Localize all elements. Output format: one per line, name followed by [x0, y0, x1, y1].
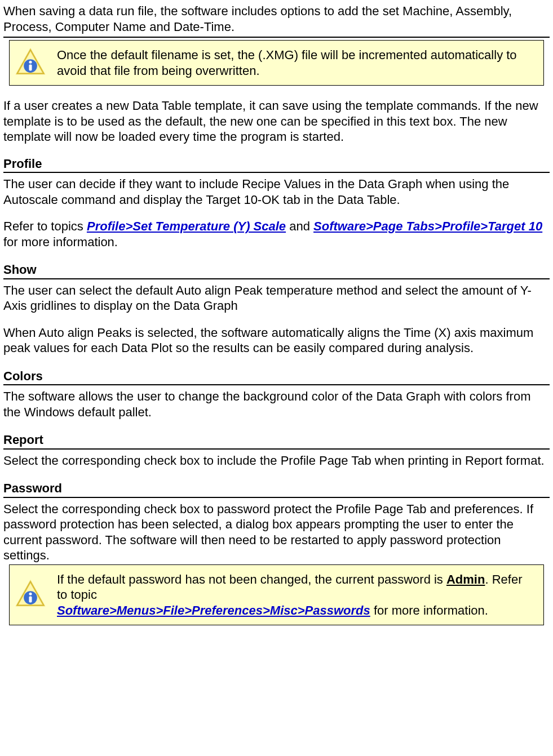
info-text: If the default password has not been cha…: [57, 572, 536, 619]
info-box-password: If the default password has not been cha…: [9, 564, 544, 626]
section-colors: Colors The software allows the user to c…: [3, 368, 550, 420]
heading-password: Password: [3, 481, 550, 498]
password-p1: Select the corresponding check box to pa…: [3, 501, 550, 563]
section-show: Show The user can select the default Aut…: [3, 262, 550, 356]
colors-p1: The software allows the user to change t…: [3, 389, 550, 420]
text: for more information.: [3, 235, 118, 249]
info-box-filename: Once the default filename is set, the (.…: [9, 40, 544, 86]
show-p1: The user can select the default Auto ali…: [3, 283, 550, 314]
text: and: [286, 219, 313, 233]
heading-show: Show: [3, 262, 550, 279]
heading-profile: Profile: [3, 156, 550, 174]
text: If the default password has not been cha…: [57, 572, 446, 586]
info-icon: [15, 48, 46, 78]
info-icon: [15, 580, 46, 610]
report-p1: Select the corresponding check box to in…: [3, 453, 550, 469]
link-software-page-tabs[interactable]: Software>Page Tabs>Profile>Target 10: [313, 219, 542, 233]
heading-colors: Colors: [3, 368, 550, 386]
profile-p1: The user can decide if they want to incl…: [3, 176, 550, 207]
template-paragraph: If a user creates a new Data Table templ…: [3, 98, 550, 145]
heading-report: Report: [3, 432, 550, 450]
show-p2: When Auto align Peaks is selected, the s…: [3, 325, 550, 356]
section-profile: Profile The user can decide if they want…: [3, 156, 550, 250]
password-default-value: Admin: [446, 572, 485, 586]
link-profile-set-temp[interactable]: Profile>Set Temperature (Y) Scale: [87, 219, 286, 233]
intro-paragraph: When saving a data run file, the softwar…: [3, 3, 550, 34]
section-report: Report Select the corresponding check bo…: [3, 432, 550, 468]
section-password: Password Select the corresponding check …: [3, 481, 550, 563]
text: for more information.: [370, 603, 488, 617]
text: Refer to topics: [3, 219, 87, 233]
profile-refer: Refer to topics Profile>Set Temperature …: [3, 219, 550, 250]
link-preferences-passwords[interactable]: Software>Menus>File>Preferences>Misc>Pas…: [57, 603, 370, 617]
info-text: Once the default filename is set, the (.…: [57, 47, 536, 78]
